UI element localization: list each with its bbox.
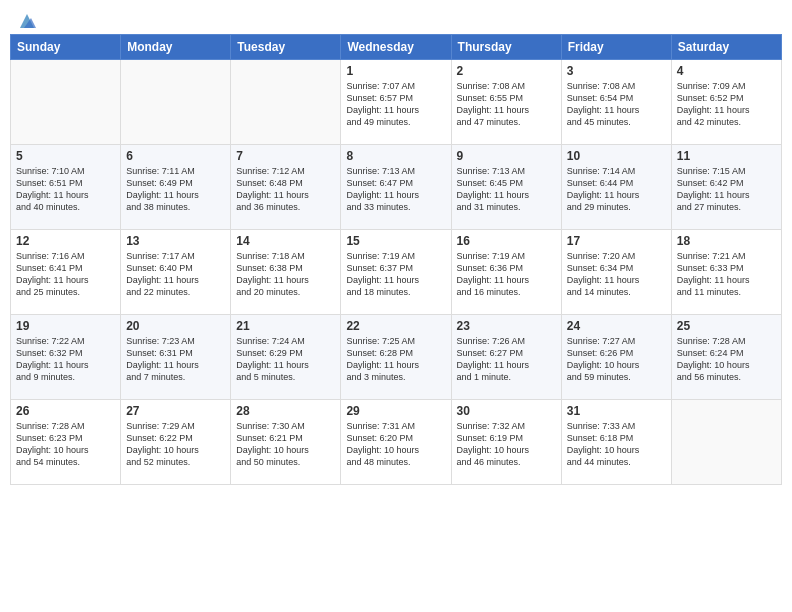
day-header-wednesday: Wednesday [341,35,451,60]
cell-content: Sunrise: 7:29 AM Sunset: 6:22 PM Dayligh… [126,420,225,469]
cell-content: Sunrise: 7:08 AM Sunset: 6:55 PM Dayligh… [457,80,556,129]
calendar-cell: 19Sunrise: 7:22 AM Sunset: 6:32 PM Dayli… [11,315,121,400]
calendar-cell: 11Sunrise: 7:15 AM Sunset: 6:42 PM Dayli… [671,145,781,230]
day-number: 18 [677,234,776,248]
day-number: 25 [677,319,776,333]
day-number: 7 [236,149,335,163]
cell-content: Sunrise: 7:13 AM Sunset: 6:47 PM Dayligh… [346,165,445,214]
cell-content: Sunrise: 7:10 AM Sunset: 6:51 PM Dayligh… [16,165,115,214]
day-number: 26 [16,404,115,418]
day-number: 3 [567,64,666,78]
cell-content: Sunrise: 7:30 AM Sunset: 6:21 PM Dayligh… [236,420,335,469]
week-row-1: 1Sunrise: 7:07 AM Sunset: 6:57 PM Daylig… [11,60,782,145]
calendar-cell: 21Sunrise: 7:24 AM Sunset: 6:29 PM Dayli… [231,315,341,400]
day-number: 6 [126,149,225,163]
calendar-cell: 30Sunrise: 7:32 AM Sunset: 6:19 PM Dayli… [451,400,561,485]
cell-content: Sunrise: 7:32 AM Sunset: 6:19 PM Dayligh… [457,420,556,469]
cell-content: Sunrise: 7:24 AM Sunset: 6:29 PM Dayligh… [236,335,335,384]
calendar-cell [671,400,781,485]
calendar-cell: 5Sunrise: 7:10 AM Sunset: 6:51 PM Daylig… [11,145,121,230]
cell-content: Sunrise: 7:33 AM Sunset: 6:18 PM Dayligh… [567,420,666,469]
cell-content: Sunrise: 7:25 AM Sunset: 6:28 PM Dayligh… [346,335,445,384]
day-number: 11 [677,149,776,163]
day-number: 9 [457,149,556,163]
calendar-cell: 9Sunrise: 7:13 AM Sunset: 6:45 PM Daylig… [451,145,561,230]
calendar-cell: 3Sunrise: 7:08 AM Sunset: 6:54 PM Daylig… [561,60,671,145]
calendar-cell: 18Sunrise: 7:21 AM Sunset: 6:33 PM Dayli… [671,230,781,315]
calendar-cell: 4Sunrise: 7:09 AM Sunset: 6:52 PM Daylig… [671,60,781,145]
calendar-cell: 28Sunrise: 7:30 AM Sunset: 6:21 PM Dayli… [231,400,341,485]
calendar-cell: 22Sunrise: 7:25 AM Sunset: 6:28 PM Dayli… [341,315,451,400]
day-number: 8 [346,149,445,163]
week-row-3: 12Sunrise: 7:16 AM Sunset: 6:41 PM Dayli… [11,230,782,315]
day-number: 1 [346,64,445,78]
day-number: 23 [457,319,556,333]
day-header-friday: Friday [561,35,671,60]
calendar-cell: 26Sunrise: 7:28 AM Sunset: 6:23 PM Dayli… [11,400,121,485]
calendar-cell: 1Sunrise: 7:07 AM Sunset: 6:57 PM Daylig… [341,60,451,145]
calendar-cell: 31Sunrise: 7:33 AM Sunset: 6:18 PM Dayli… [561,400,671,485]
calendar-cell: 16Sunrise: 7:19 AM Sunset: 6:36 PM Dayli… [451,230,561,315]
day-number: 15 [346,234,445,248]
day-number: 27 [126,404,225,418]
week-row-4: 19Sunrise: 7:22 AM Sunset: 6:32 PM Dayli… [11,315,782,400]
calendar-cell: 12Sunrise: 7:16 AM Sunset: 6:41 PM Dayli… [11,230,121,315]
cell-content: Sunrise: 7:26 AM Sunset: 6:27 PM Dayligh… [457,335,556,384]
calendar-cell: 10Sunrise: 7:14 AM Sunset: 6:44 PM Dayli… [561,145,671,230]
cell-content: Sunrise: 7:14 AM Sunset: 6:44 PM Dayligh… [567,165,666,214]
calendar-cell: 24Sunrise: 7:27 AM Sunset: 6:26 PM Dayli… [561,315,671,400]
calendar-cell: 13Sunrise: 7:17 AM Sunset: 6:40 PM Dayli… [121,230,231,315]
logo [14,10,38,28]
day-number: 28 [236,404,335,418]
calendar-table: SundayMondayTuesdayWednesdayThursdayFrid… [10,34,782,485]
cell-content: Sunrise: 7:07 AM Sunset: 6:57 PM Dayligh… [346,80,445,129]
day-number: 24 [567,319,666,333]
day-number: 10 [567,149,666,163]
calendar-cell [121,60,231,145]
calendar-cell: 2Sunrise: 7:08 AM Sunset: 6:55 PM Daylig… [451,60,561,145]
cell-content: Sunrise: 7:18 AM Sunset: 6:38 PM Dayligh… [236,250,335,299]
calendar-cell: 15Sunrise: 7:19 AM Sunset: 6:37 PM Dayli… [341,230,451,315]
cell-content: Sunrise: 7:16 AM Sunset: 6:41 PM Dayligh… [16,250,115,299]
day-number: 21 [236,319,335,333]
day-number: 31 [567,404,666,418]
cell-content: Sunrise: 7:15 AM Sunset: 6:42 PM Dayligh… [677,165,776,214]
day-header-monday: Monday [121,35,231,60]
cell-content: Sunrise: 7:12 AM Sunset: 6:48 PM Dayligh… [236,165,335,214]
day-number: 12 [16,234,115,248]
cell-content: Sunrise: 7:21 AM Sunset: 6:33 PM Dayligh… [677,250,776,299]
day-number: 14 [236,234,335,248]
day-number: 22 [346,319,445,333]
calendar-cell: 8Sunrise: 7:13 AM Sunset: 6:47 PM Daylig… [341,145,451,230]
cell-content: Sunrise: 7:27 AM Sunset: 6:26 PM Dayligh… [567,335,666,384]
cell-content: Sunrise: 7:31 AM Sunset: 6:20 PM Dayligh… [346,420,445,469]
calendar-cell: 27Sunrise: 7:29 AM Sunset: 6:22 PM Dayli… [121,400,231,485]
calendar-header-row: SundayMondayTuesdayWednesdayThursdayFrid… [11,35,782,60]
calendar-cell: 29Sunrise: 7:31 AM Sunset: 6:20 PM Dayli… [341,400,451,485]
day-number: 2 [457,64,556,78]
day-header-thursday: Thursday [451,35,561,60]
calendar-cell [231,60,341,145]
day-number: 17 [567,234,666,248]
cell-content: Sunrise: 7:28 AM Sunset: 6:24 PM Dayligh… [677,335,776,384]
logo-icon [16,10,38,32]
cell-content: Sunrise: 7:19 AM Sunset: 6:36 PM Dayligh… [457,250,556,299]
week-row-5: 26Sunrise: 7:28 AM Sunset: 6:23 PM Dayli… [11,400,782,485]
cell-content: Sunrise: 7:19 AM Sunset: 6:37 PM Dayligh… [346,250,445,299]
cell-content: Sunrise: 7:17 AM Sunset: 6:40 PM Dayligh… [126,250,225,299]
week-row-2: 5Sunrise: 7:10 AM Sunset: 6:51 PM Daylig… [11,145,782,230]
day-header-tuesday: Tuesday [231,35,341,60]
day-header-saturday: Saturday [671,35,781,60]
cell-content: Sunrise: 7:23 AM Sunset: 6:31 PM Dayligh… [126,335,225,384]
day-number: 13 [126,234,225,248]
calendar-cell: 20Sunrise: 7:23 AM Sunset: 6:31 PM Dayli… [121,315,231,400]
calendar-cell: 6Sunrise: 7:11 AM Sunset: 6:49 PM Daylig… [121,145,231,230]
cell-content: Sunrise: 7:09 AM Sunset: 6:52 PM Dayligh… [677,80,776,129]
cell-content: Sunrise: 7:08 AM Sunset: 6:54 PM Dayligh… [567,80,666,129]
page-header [10,10,782,28]
day-number: 29 [346,404,445,418]
day-number: 20 [126,319,225,333]
calendar-cell [11,60,121,145]
calendar-cell: 7Sunrise: 7:12 AM Sunset: 6:48 PM Daylig… [231,145,341,230]
cell-content: Sunrise: 7:11 AM Sunset: 6:49 PM Dayligh… [126,165,225,214]
